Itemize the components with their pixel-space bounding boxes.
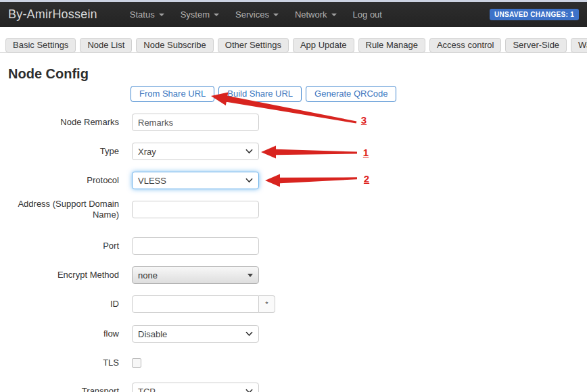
encrypt-method-select-value: none bbox=[138, 270, 158, 280]
protocol-select-value: VLESS bbox=[138, 176, 166, 186]
tab-access-control[interactable]: Access control bbox=[429, 38, 502, 53]
nav-item-label: Network bbox=[295, 9, 327, 20]
build-share-url-button[interactable]: Build Share URL bbox=[218, 86, 302, 102]
form-row-address: Address (Support Domain Name) bbox=[0, 195, 259, 224]
chevron-down-icon bbox=[245, 389, 253, 392]
form-row-type: Type Xray bbox=[0, 143, 259, 160]
chevron-down-icon bbox=[245, 149, 253, 154]
chevron-down-icon bbox=[214, 14, 219, 16]
node-remarks-input[interactable] bbox=[132, 114, 259, 131]
annotation-number-1: 1 bbox=[360, 147, 371, 158]
nav-item-network[interactable]: Network bbox=[295, 9, 337, 20]
generate-qrcode-button[interactable]: Generate QRCode bbox=[306, 86, 396, 102]
form-row-flow: flow Disable bbox=[0, 325, 259, 343]
form-row-tls: TLS bbox=[0, 358, 141, 368]
flow-select[interactable]: Disable bbox=[132, 325, 259, 343]
logout-link[interactable]: Log out bbox=[353, 9, 382, 20]
id-label: ID bbox=[0, 295, 119, 313]
annotation-number-3: 3 bbox=[358, 114, 369, 126]
node-remarks-label: Node Remarks bbox=[0, 114, 119, 131]
node-config-page: By-AmirHossein Status System Services Ne… bbox=[0, 0, 587, 392]
tls-checkbox[interactable] bbox=[132, 358, 141, 368]
share-actions: From Share URL Build Share URL Generate … bbox=[131, 86, 396, 102]
nav-item-label: System bbox=[181, 9, 210, 20]
tab-node-subscribe[interactable]: Node Subscribe bbox=[136, 38, 214, 53]
chevron-down-icon bbox=[159, 14, 164, 16]
unsaved-changes-badge: UNSAVED CHANGES: 1 bbox=[490, 9, 579, 20]
chevron-down-icon bbox=[331, 14, 337, 16]
form-row-port: Port bbox=[0, 237, 259, 255]
encrypt-method-select[interactable]: none bbox=[132, 266, 259, 284]
form-row-node-remarks: Node Remarks bbox=[0, 114, 259, 131]
port-label: Port bbox=[0, 237, 119, 255]
type-label: Type bbox=[0, 143, 119, 160]
top-navbar: By-AmirHossein Status System Services Ne… bbox=[0, 2, 587, 27]
tls-label: TLS bbox=[0, 358, 119, 368]
nav-item-status[interactable]: Status bbox=[130, 9, 164, 20]
chevron-down-icon bbox=[245, 178, 253, 183]
flow-select-value: Disable bbox=[138, 329, 167, 339]
address-label: Address (Support Domain Name) bbox=[0, 195, 119, 224]
from-share-url-button[interactable]: From Share URL bbox=[131, 86, 214, 102]
nav-item-label: Status bbox=[130, 9, 155, 20]
tab-watch-logs[interactable]: Watch Logs bbox=[571, 38, 587, 53]
annotation-number-2: 2 bbox=[361, 173, 372, 185]
transport-select[interactable]: TCP bbox=[132, 383, 259, 392]
type-select[interactable]: Xray bbox=[132, 143, 259, 160]
arrow-1-to-type-select bbox=[261, 146, 357, 159]
transport-label: Transport bbox=[0, 383, 119, 392]
arrow-2-to-protocol-select bbox=[265, 174, 357, 187]
chevron-down-icon bbox=[273, 14, 279, 16]
flow-label: flow bbox=[0, 325, 119, 343]
address-input[interactable] bbox=[132, 201, 259, 218]
tab-server-side[interactable]: Server-Side bbox=[505, 38, 567, 53]
encrypt-method-label: Encrypt Method bbox=[0, 266, 119, 284]
tab-rule-manage[interactable]: Rule Manage bbox=[358, 38, 425, 53]
tab-app-update[interactable]: App Update bbox=[293, 38, 354, 53]
page-title: Node Config bbox=[8, 66, 89, 82]
port-input[interactable] bbox=[132, 237, 259, 255]
tab-other-settings[interactable]: Other Settings bbox=[218, 38, 289, 53]
form-row-encrypt-method: Encrypt Method none bbox=[0, 266, 259, 284]
dropdown-triangle-icon bbox=[248, 274, 253, 277]
nav-item-system[interactable]: System bbox=[181, 9, 219, 20]
nav-item-label: Services bbox=[235, 9, 269, 20]
form-row-transport: Transport TCP bbox=[0, 383, 259, 392]
required-asterisk-addon: * bbox=[259, 295, 275, 313]
form-row-protocol: Protocol VLESS bbox=[0, 172, 259, 189]
form-row-id: ID * bbox=[0, 295, 275, 313]
brand-title: By-AmirHossein bbox=[8, 7, 97, 22]
protocol-label: Protocol bbox=[0, 172, 119, 189]
tab-basic-settings[interactable]: Basic Settings bbox=[5, 38, 76, 53]
nav-item-services[interactable]: Services bbox=[235, 9, 279, 20]
chevron-down-icon bbox=[245, 331, 253, 337]
type-select-value: Xray bbox=[138, 147, 156, 157]
tab-node-list[interactable]: Node List bbox=[80, 38, 132, 53]
id-input[interactable] bbox=[132, 295, 259, 313]
transport-select-value: TCP bbox=[138, 387, 156, 392]
protocol-select[interactable]: VLESS bbox=[132, 172, 259, 189]
settings-tab-bar: Basic Settings Node List Node Subscribe … bbox=[0, 38, 587, 53]
